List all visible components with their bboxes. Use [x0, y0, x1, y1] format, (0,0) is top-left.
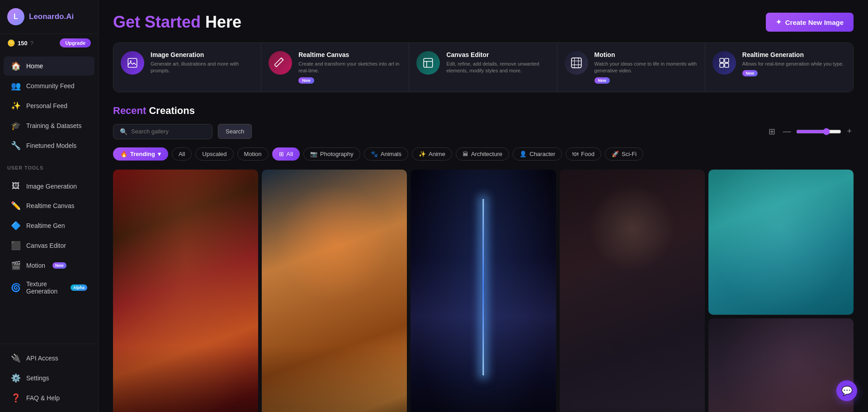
sidebar: L Leonardo.Ai 🪙 150 ? Upgrade 🏠 Home 👥 C…: [0, 0, 99, 412]
sidebar-tokens: 🪙 150 ? Upgrade: [0, 34, 98, 52]
sidebar-item-faq-label: FAQ & Help: [26, 394, 60, 402]
sidebar-bottom: 🔌 API Access ⚙️ Settings ❓ FAQ & Help: [0, 344, 98, 412]
grid-view-button[interactable]: ⊞: [767, 125, 777, 138]
filter-tag-character-label: Character: [529, 151, 555, 157]
search-input[interactable]: [131, 128, 194, 135]
token-help[interactable]: ?: [30, 40, 33, 47]
sidebar-item-settings[interactable]: ⚙️ Settings: [4, 369, 94, 388]
texture-gen-icon: 🌀: [11, 283, 21, 293]
sidebar-item-settings-label: Settings: [26, 374, 49, 382]
gallery-item-5[interactable]: [708, 170, 854, 315]
animals-icon: 🐾: [371, 151, 378, 157]
user-tools-label: User Tools: [0, 160, 98, 172]
filter-tag-architecture[interactable]: 🏛 Architecture: [456, 147, 509, 161]
token-count: 150: [18, 40, 28, 47]
sidebar-item-realtime-gen[interactable]: 🔷 Realtime Gen: [4, 216, 94, 235]
settings-icon: ⚙️: [11, 373, 21, 383]
sidebar-item-community-feed[interactable]: 👥 Community Feed: [4, 76, 94, 95]
logo-text: Leonardo.Ai: [29, 12, 74, 21]
filter-tag-all-sub[interactable]: ⊞ All: [272, 147, 300, 161]
filter-tag-upscaled[interactable]: Upscaled: [195, 147, 233, 161]
sidebar-item-faq-help[interactable]: ❓ FAQ & Help: [4, 388, 94, 407]
gallery-item-3[interactable]: [410, 170, 556, 412]
create-new-image-button[interactable]: ✦ Create New Image: [766, 13, 854, 32]
gallery-item-6[interactable]: [708, 318, 854, 412]
filter-tag-all-main[interactable]: All: [172, 147, 192, 161]
sidebar-item-training-label: Training & Datasets: [26, 122, 81, 129]
sci-fi-icon: 🚀: [612, 151, 619, 157]
view-controls: ⊞ — +: [767, 125, 854, 138]
chat-icon: 💬: [841, 385, 853, 396]
sidebar-item-motion[interactable]: 🎬 Motion New: [4, 256, 94, 275]
sidebar-item-api-label: API Access: [26, 355, 58, 362]
feature-card-icon-canvas-editor: [416, 51, 440, 75]
feature-card-title-canvas-editor: Canvas Editor: [446, 51, 549, 58]
filter-tag-motion[interactable]: Motion: [237, 147, 269, 161]
filter-tag-photography[interactable]: 📷 Photography: [303, 147, 360, 161]
filter-tag-food[interactable]: 🍽 Food: [566, 147, 601, 161]
page-header: Get Started Here ✦ Create New Image: [113, 13, 854, 32]
svg-rect-8: [720, 58, 724, 62]
trending-button[interactable]: 🔥 Trending ▾: [113, 147, 168, 161]
trending-icon: 🔥: [120, 151, 127, 157]
feature-card-image-generation[interactable]: Image Generation Generate art, illustrat…: [113, 43, 261, 92]
sidebar-item-realtime-canvas[interactable]: ✏️ Realtime Canvas: [4, 196, 94, 215]
zoom-slider[interactable]: [796, 128, 841, 135]
filter-tag-character[interactable]: 👤 Character: [513, 147, 562, 161]
sidebar-item-api-access[interactable]: 🔌 API Access: [4, 349, 94, 368]
character-icon: 👤: [519, 151, 527, 157]
filter-tag-sci-fi[interactable]: 🚀 Sci-Fi: [605, 147, 643, 161]
photography-icon: 📷: [310, 151, 317, 157]
plus-button[interactable]: +: [845, 125, 854, 138]
sidebar-item-finetuned-models[interactable]: 🔧 Finetuned Models: [4, 136, 94, 155]
sidebar-item-home-label: Home: [26, 62, 43, 70]
sidebar-item-canvas-editor[interactable]: ⬛ Canvas Editor: [4, 236, 94, 255]
filter-tag-upscaled-label: Upscaled: [202, 151, 226, 157]
feature-card-icon-realtime-canvas: [269, 51, 292, 75]
gallery-item-4[interactable]: [560, 170, 705, 412]
filter-tag-photography-label: Photography: [320, 151, 354, 157]
feature-card-info-motion: Motion Watch your ideas come to life in …: [594, 51, 698, 84]
search-icon: 🔍: [120, 128, 127, 135]
realtime-gen-icon: 🔷: [11, 221, 21, 231]
feature-card-icon-realtime-gen: [712, 51, 736, 75]
feature-card-desc-canvas-editor: Edit, refine, add details, remove unwant…: [446, 61, 549, 75]
feature-card-motion[interactable]: Motion Watch your ideas come to life in …: [557, 43, 705, 92]
sidebar-item-canvas-editor-label: Canvas Editor: [26, 242, 66, 249]
motion-badge: New: [52, 262, 66, 269]
canvas-editor-icon: ⬛: [11, 241, 21, 251]
filter-tag-architecture-label: Architecture: [471, 151, 502, 157]
feature-card-realtime-canvas[interactable]: Realtime Canvas Create and transform you…: [261, 43, 409, 92]
feature-cards: Image Generation Generate art, illustrat…: [113, 43, 854, 92]
feature-card-info-realtime-gen: Realtime Generation Allows for real-time…: [742, 51, 846, 76]
search-button[interactable]: Search: [218, 124, 252, 139]
token-icon: 🪙: [7, 39, 15, 47]
community-icon: 👥: [11, 81, 21, 91]
filter-tag-sci-fi-label: Sci-Fi: [622, 151, 637, 157]
texture-badge: Alpha: [71, 284, 87, 291]
feature-card-desc-image-gen: Generate art, illustrations and more wit…: [151, 61, 254, 75]
filter-tag-anime[interactable]: ✨ Anime: [412, 147, 452, 161]
personal-icon: ✨: [11, 101, 21, 111]
sidebar-item-personal-feed[interactable]: ✨ Personal Feed: [4, 96, 94, 115]
sidebar-item-home[interactable]: 🏠 Home: [4, 57, 94, 76]
feature-card-desc-motion: Watch your ideas come to life in moments…: [594, 61, 698, 75]
section-title-rest: Creations: [149, 105, 194, 116]
upgrade-button[interactable]: Upgrade: [60, 38, 91, 47]
sidebar-item-finetuned-label: Finetuned Models: [26, 142, 76, 149]
feature-card-info-image-gen: Image Generation Generate art, illustrat…: [151, 51, 254, 75]
gallery-item-2[interactable]: [262, 170, 407, 412]
chat-bubble[interactable]: 💬: [836, 380, 857, 401]
feature-card-realtime-gen[interactable]: Realtime Generation Allows for real-time…: [705, 43, 853, 92]
feature-card-canvas-editor[interactable]: Canvas Editor Edit, refine, add details,…: [409, 43, 557, 92]
svg-rect-0: [128, 58, 137, 67]
feature-card-info-canvas-editor: Canvas Editor Edit, refine, add details,…: [446, 51, 549, 75]
svg-rect-9: [725, 58, 729, 62]
filter-tag-animals[interactable]: 🐾 Animals: [364, 147, 408, 161]
gallery-item-1[interactable]: [113, 170, 258, 412]
sidebar-item-image-generation[interactable]: 🖼 Image Generation: [4, 177, 94, 195]
sidebar-item-training-datasets[interactable]: 🎓 Training & Datasets: [4, 116, 94, 135]
sidebar-item-texture-generation[interactable]: 🌀 Texture Generation Alpha: [4, 276, 94, 299]
realtime-canvas-icon: ✏️: [11, 201, 21, 211]
minus-button[interactable]: —: [781, 125, 793, 138]
